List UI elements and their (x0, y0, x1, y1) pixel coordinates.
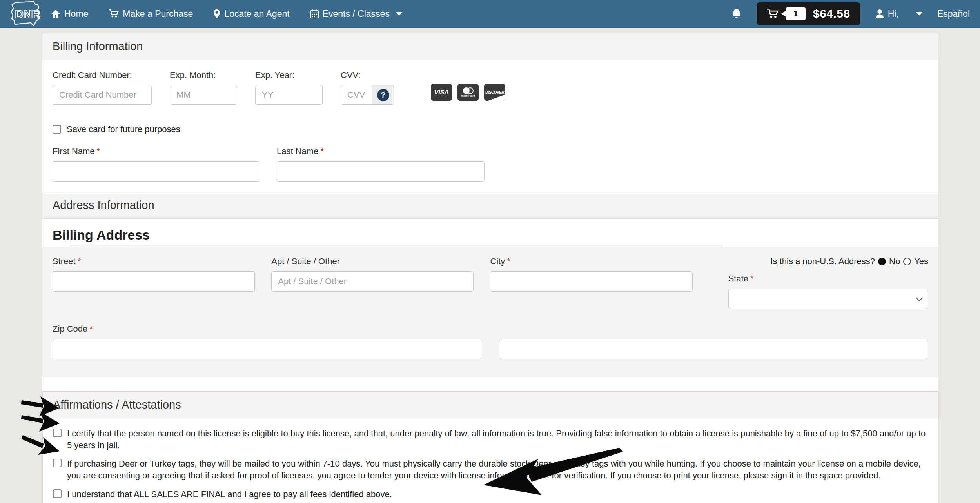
exp-month-input[interactable] (170, 85, 237, 105)
top-navbar: DNR Home Make a Purchase Locate an Agent… (0, 0, 980, 28)
affirmation-text-2: If purchasing Deer or Turkey tags, they … (67, 458, 928, 481)
cc-number-label: Credit Card Number: (53, 70, 152, 80)
cart-summary-button[interactable]: 1 $64.58 (757, 2, 860, 25)
affirmation-row: If purchasing Deer or Turkey tags, they … (53, 458, 928, 481)
exp-year-label: Exp. Year: (255, 70, 323, 80)
nav-right: 1 $64.58 Hi, Español (731, 2, 970, 25)
exp-month-label: Exp. Month: (170, 70, 237, 80)
state-label: State* (728, 274, 928, 284)
cart-total: $64.58 (813, 7, 850, 20)
required-marker: * (320, 146, 324, 156)
affirmation-text-3: I understand that ALL SALES ARE FINAL an… (67, 488, 392, 500)
affirmation-checkbox-1[interactable] (53, 429, 62, 437)
affirmations-section: Affirmations / Attestations I certify th… (42, 391, 938, 503)
required-marker: * (78, 256, 81, 266)
discover-icon: DISCOVER (484, 84, 505, 101)
bell-icon[interactable] (731, 8, 742, 19)
affirmation-text-1: I certify that the person named on this … (67, 428, 928, 451)
billing-address-heading: Billing Address (42, 219, 938, 246)
non-us-question: Is this a non-U.S. Address? (770, 256, 875, 267)
billing-information-body: Credit Card Number: Exp. Month: Exp. Yea… (42, 60, 938, 192)
save-card-label: Save card for future purposes (67, 124, 180, 134)
last-name-input[interactable] (277, 161, 485, 182)
language-toggle[interactable]: Español (937, 9, 970, 19)
cart-icon (109, 9, 119, 18)
exp-year-input[interactable] (255, 85, 323, 105)
accepted-cards: VISA mastercard DISCOVER (431, 84, 505, 101)
affirmations-header: Affirmations / Attestations (43, 392, 938, 418)
nav-item-make-a-purchase[interactable]: Make a Purchase (109, 9, 193, 19)
city-input[interactable] (490, 271, 692, 292)
calendar-icon (310, 9, 319, 18)
question-mark-icon: ? (377, 89, 389, 101)
billing-address-form: Street* Apt / Suite / Other City* Is thi… (42, 247, 938, 377)
affirmation-checkbox-2[interactable] (53, 459, 62, 467)
billing-address-divider (70, 246, 723, 246)
nav-links: Home Make a Purchase Locate an Agent Eve… (51, 9, 402, 19)
nav-item-locate-an-agent[interactable]: Locate an Agent (213, 9, 289, 19)
non-us-yes-label: Yes (914, 256, 928, 267)
cart-count-badge: 1 (786, 7, 806, 20)
non-us-no-label: No (889, 256, 900, 267)
dnr-logo[interactable]: DNR (10, 1, 41, 27)
checkout-form: Billing Information Credit Card Number: … (42, 33, 939, 503)
state-select[interactable] (728, 289, 928, 309)
affirmation-row: I understand that ALL SALES ARE FINAL an… (53, 488, 928, 500)
cvv-label: CVV: (341, 70, 394, 80)
last-name-label: Last Name* (277, 146, 485, 156)
mastercard-icon: mastercard (457, 84, 479, 101)
street-input[interactable] (53, 271, 255, 292)
first-name-label: First Name* (53, 146, 260, 156)
cvv-input[interactable] (341, 85, 372, 105)
chevron-down-icon (396, 12, 402, 16)
apt-input[interactable] (271, 271, 474, 292)
street-label: Street* (53, 256, 255, 267)
home-icon (51, 9, 60, 18)
cvv-help-button[interactable]: ? (372, 85, 394, 105)
city-label: City* (490, 256, 692, 267)
required-marker: * (89, 324, 93, 334)
apt-label: Apt / Suite / Other (271, 256, 474, 267)
required-marker: * (507, 256, 510, 266)
affirmation-row: I certify that the person named on this … (53, 428, 928, 451)
non-us-radio-no[interactable] (878, 258, 886, 265)
save-card-checkbox[interactable] (53, 125, 61, 134)
user-icon (875, 9, 884, 18)
required-marker: * (750, 274, 754, 283)
nav-item-home[interactable]: Home (51, 9, 88, 19)
chevron-down-icon (916, 294, 923, 301)
map-pin-icon (213, 9, 220, 18)
affirmation-checkbox-3[interactable] (53, 489, 62, 498)
nav-item-events-classes[interactable]: Events / Classes (310, 9, 402, 19)
svg-text:DNR: DNR (15, 7, 40, 20)
user-menu[interactable]: Hi, (875, 9, 899, 19)
zip-plus4-input[interactable] (499, 339, 929, 359)
cart-icon (767, 9, 779, 19)
zip-input[interactable] (53, 339, 482, 359)
billing-information-header: Billing Information (42, 33, 938, 60)
address-information-header: Address Information (42, 192, 938, 219)
non-us-radio-yes[interactable] (903, 258, 911, 265)
first-name-input[interactable] (53, 161, 260, 182)
required-marker: * (97, 146, 100, 156)
cc-number-input[interactable] (53, 85, 152, 105)
user-menu-chevron-icon[interactable] (916, 12, 922, 16)
visa-icon: VISA (431, 84, 452, 101)
zip-label: Zip Code* (53, 324, 928, 334)
